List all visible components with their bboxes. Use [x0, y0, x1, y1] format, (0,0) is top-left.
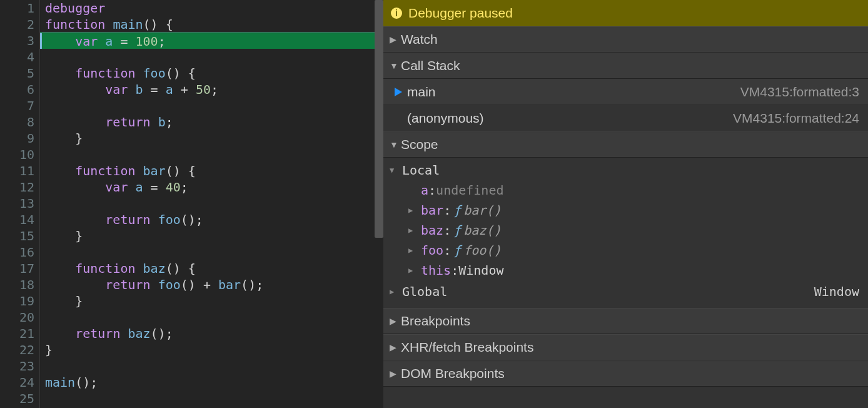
scope-value: Window	[458, 260, 503, 280]
callstack-section-header[interactable]: ▼ Call Stack	[383, 53, 868, 79]
dom-breakpoints-label: DOM Breakpoints	[401, 366, 505, 381]
code-line[interactable]: debugger	[45, 0, 383, 16]
line-number: 22	[0, 342, 34, 358]
line-gutter: 1234567891011121314151617181920212223242…	[0, 0, 40, 408]
code-line[interactable]: var a = 100;	[40, 33, 383, 49]
line-number: 10	[0, 146, 34, 163]
scope-property[interactable]: ▶this: Window	[383, 260, 868, 280]
line-number: 1	[0, 0, 34, 16]
breakpoints-section-header[interactable]: ▶ Breakpoints	[383, 308, 868, 334]
code-line[interactable]: var b = a + 50;	[45, 81, 383, 98]
line-number: 21	[0, 325, 34, 342]
callstack-frame[interactable]: mainVM4315:formatted:3	[383, 79, 868, 105]
line-number: 16	[0, 244, 34, 260]
line-number: 8	[0, 114, 34, 130]
line-number: 9	[0, 130, 34, 146]
function-glyph-icon: ƒ	[453, 240, 461, 260]
line-number: 14	[0, 212, 34, 228]
scope-value: foo()	[463, 240, 501, 260]
code-line[interactable]	[45, 390, 383, 407]
code-line[interactable]	[45, 49, 383, 65]
code-line[interactable]	[45, 244, 383, 260]
line-number: 2	[0, 16, 34, 33]
chevron-down-icon: ▼	[390, 140, 401, 150]
code-line[interactable]	[45, 98, 383, 114]
chevron-right-icon: ▶	[408, 260, 421, 280]
scope-label: Scope	[401, 137, 438, 152]
chevron-right-icon: ▶	[390, 369, 401, 379]
editor-scrollbar[interactable]	[375, 0, 383, 238]
chevron-right-icon: ▶	[408, 220, 421, 240]
line-number: 17	[0, 260, 34, 277]
code-line[interactable]: }	[45, 342, 383, 358]
code-line[interactable]: function foo() {	[45, 65, 383, 81]
scope-value: baz()	[463, 220, 501, 240]
line-number: 23	[0, 358, 34, 374]
scope-property[interactable]: ▶bar: ƒ bar()	[383, 200, 868, 220]
code-line[interactable]: function bar() {	[45, 163, 383, 179]
line-number: 25	[0, 390, 34, 407]
line-number: 5	[0, 65, 34, 81]
watch-label: Watch	[401, 32, 438, 47]
chevron-down-icon: ▼	[390, 160, 402, 180]
line-number: 7	[0, 98, 34, 114]
code-line[interactable]: function baz() {	[45, 260, 383, 277]
code-line[interactable]	[45, 309, 383, 325]
scope-body: ▼ Local a: undefined▶bar: ƒ bar()▶baz: ƒ…	[383, 158, 868, 308]
code-line[interactable]: }	[45, 228, 383, 244]
debugger-status-bar: i Debugger paused	[383, 0, 868, 26]
code-line[interactable]: return b;	[45, 114, 383, 130]
chevron-down-icon: ▼	[390, 61, 401, 71]
code-line[interactable]: }	[45, 130, 383, 146]
callstack-label: Call Stack	[401, 58, 460, 73]
code-line[interactable]: var a = 40;	[45, 179, 383, 195]
frame-location: VM4315:formatted:3	[740, 84, 868, 99]
callstack-frame[interactable]: (anonymous)VM4315:formatted:24	[383, 105, 868, 131]
scope-property[interactable]: ▶foo: ƒ foo()	[383, 240, 868, 260]
scope-local-label: Local	[402, 160, 440, 180]
scope-key: bar	[421, 200, 443, 220]
chevron-right-icon: ▶	[390, 342, 401, 352]
frame-name: (anonymous)	[407, 111, 733, 126]
line-number: 20	[0, 309, 34, 325]
scope-property[interactable]: ▶baz: ƒ baz()	[383, 220, 868, 240]
code-line[interactable]: }	[45, 293, 383, 309]
chevron-right-icon: ▶	[390, 316, 401, 326]
code-line[interactable]	[45, 358, 383, 374]
xhr-breakpoints-section-header[interactable]: ▶ XHR/fetch Breakpoints	[383, 334, 868, 360]
debugger-sidebar: i Debugger paused ▶ Watch ▼ Call Stack m…	[383, 0, 868, 408]
code-line[interactable]: function main() {	[45, 16, 383, 33]
code-line[interactable]	[45, 195, 383, 212]
code-line[interactable]	[45, 146, 383, 163]
current-frame-arrow-icon	[395, 88, 402, 96]
info-icon: i	[391, 8, 402, 19]
code-line[interactable]: main();	[45, 374, 383, 390]
status-text: Debugger paused	[408, 6, 513, 21]
scope-value: undefined	[436, 180, 503, 200]
chevron-right-icon: ▶	[390, 34, 401, 44]
scope-key: this	[421, 260, 451, 280]
scope-local-header[interactable]: ▼ Local	[383, 160, 868, 180]
scope-global-row[interactable]: ▶ Global Window	[383, 280, 868, 303]
line-number: 19	[0, 293, 34, 309]
line-number: 18	[0, 277, 34, 293]
scope-property[interactable]: a: undefined	[383, 180, 868, 200]
xhr-breakpoints-label: XHR/fetch Breakpoints	[401, 340, 533, 355]
line-number: 4	[0, 49, 34, 65]
frame-location: VM4315:formatted:24	[733, 111, 868, 126]
watch-section-header[interactable]: ▶ Watch	[383, 26, 868, 53]
scope-key: baz	[421, 220, 443, 240]
code-line[interactable]: return foo();	[45, 212, 383, 228]
code-line[interactable]: return foo() + bar();	[45, 277, 383, 293]
line-number: 15	[0, 228, 34, 244]
scope-key: foo	[421, 240, 443, 260]
scope-section-header[interactable]: ▼ Scope	[383, 131, 868, 158]
line-number: 3	[0, 33, 34, 49]
line-number: 12	[0, 179, 34, 195]
scope-value: bar()	[463, 200, 501, 220]
frame-indicator-slot	[390, 88, 407, 96]
code-line[interactable]: return baz();	[45, 325, 383, 342]
dom-breakpoints-section-header[interactable]: ▶ DOM Breakpoints	[383, 360, 868, 387]
chevron-right-icon: ▶	[408, 240, 421, 260]
code-area[interactable]: debuggerfunction main() { var a = 100; f…	[40, 0, 383, 408]
